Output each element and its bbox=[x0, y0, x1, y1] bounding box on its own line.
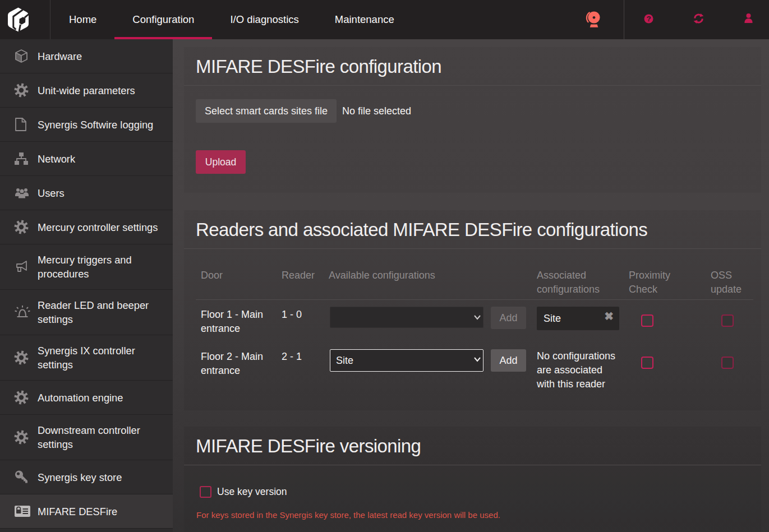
svg-text:?: ? bbox=[646, 15, 651, 23]
